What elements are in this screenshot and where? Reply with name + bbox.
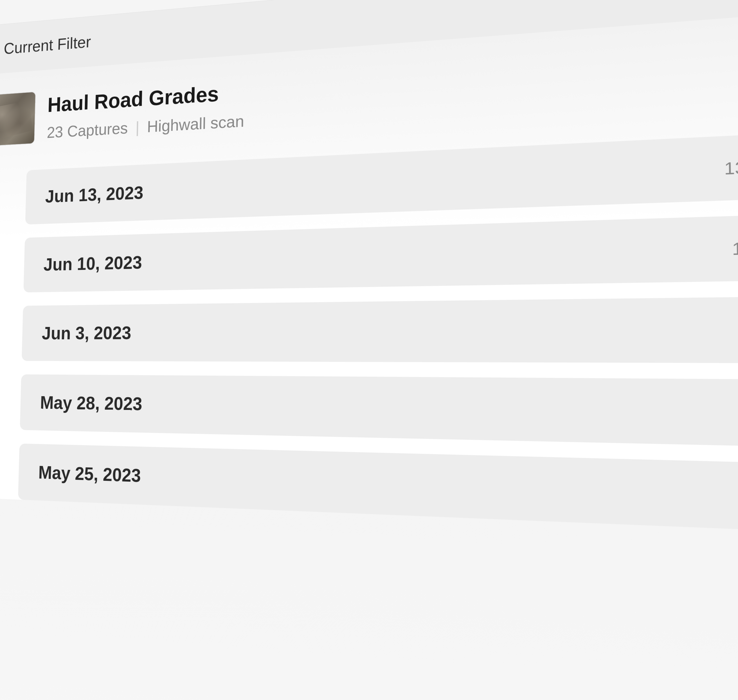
capture-date: Jun 13, 2023 (45, 182, 144, 206)
capture-date: Jun 10, 2023 (43, 252, 142, 275)
capture-date: May 28, 2023 (40, 392, 142, 415)
filter-label: Current Filter (4, 32, 91, 57)
capture-row[interactable]: May 28, 2023 13 files | Synced to cloud (20, 375, 738, 452)
content-area: Haul Road Grades 23 Captures | Highwall … (0, 0, 738, 541)
capture-status: 13 files | Syncing in progress (732, 232, 738, 259)
capture-row[interactable]: Jun 3, 2023 13 files | Synced to cloud (22, 293, 738, 364)
capture-files: 13 files (732, 237, 738, 259)
meta-divider: | (135, 118, 139, 137)
capture-row[interactable]: May 25, 2023 13 files | Synced to cloud (18, 443, 738, 541)
captures-list: Jun 13, 2023 13 files | Processing progr… (0, 121, 738, 541)
terrain-thumbnail-icon (0, 91, 36, 146)
capture-files: 13 files (724, 155, 738, 178)
captures-count: 23 Captures (47, 119, 128, 142)
scan-type: Highwall scan (147, 112, 244, 136)
capture-status: 13 files | Processing progress (724, 146, 738, 178)
capture-date: Jun 3, 2023 (42, 322, 131, 344)
capture-date: May 25, 2023 (38, 462, 141, 486)
app-container: Current Filter Haul Road Grades 23 Captu… (0, 0, 738, 700)
